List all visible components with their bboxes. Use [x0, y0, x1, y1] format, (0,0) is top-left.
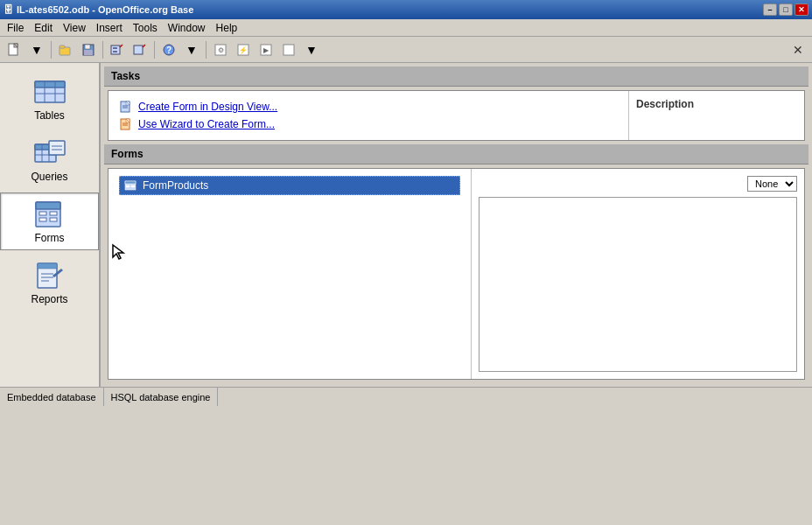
- forms-section: FormProducts None: [108, 168, 805, 380]
- maximize-button[interactable]: □: [779, 4, 793, 16]
- title-bar-title: 🗄 IL-ates6502.odb - OpenOffice.org Base: [4, 4, 193, 15]
- svg-text:?: ?: [166, 46, 172, 55]
- toolbar-dropdown-new[interactable]: ▼: [26, 39, 47, 60]
- svg-rect-7: [84, 50, 93, 55]
- forms-header: Forms: [104, 144, 808, 164]
- menu-tools[interactable]: Tools: [128, 20, 163, 36]
- toolbar-sep1: [51, 41, 52, 59]
- status-text-1: Embedded database: [7, 392, 96, 402]
- toolbar-open-button[interactable]: [55, 39, 76, 60]
- toolbar-btn9[interactable]: ▼: [301, 39, 322, 60]
- menu-edit[interactable]: Edit: [29, 20, 58, 36]
- toolbar-sep2: [102, 41, 103, 59]
- svg-rect-10: [113, 47, 117, 49]
- tables-icon: [32, 76, 67, 108]
- forms-list: FormProducts: [108, 169, 472, 379]
- sidebar: Tables Queries: [0, 63, 101, 387]
- svg-rect-40: [39, 218, 46, 221]
- toolbar-design-button[interactable]: [107, 39, 128, 60]
- status-segment-2: HSQL database engine: [104, 388, 219, 406]
- toolbar-save-button[interactable]: [78, 39, 99, 60]
- form-item-label: FormProducts: [143, 179, 208, 192]
- menu-window[interactable]: Window: [163, 20, 211, 36]
- preview-select[interactable]: None: [747, 176, 797, 192]
- tasks-section: Create Form in Design View...: [108, 90, 805, 141]
- tasks-header: Tasks: [104, 66, 808, 87]
- status-segment-1: Embedded database: [0, 388, 104, 406]
- form-item-formproducts[interactable]: FormProducts: [119, 176, 460, 195]
- svg-rect-24: [35, 81, 65, 88]
- sidebar-item-tables[interactable]: Tables: [0, 70, 99, 128]
- status-bar: Embedded database HSQL database engine: [0, 387, 812, 406]
- toolbar-help-button[interactable]: ?: [158, 39, 179, 60]
- sidebar-tables-label: Tables: [34, 109, 65, 122]
- sidebar-item-forms[interactable]: Forms: [0, 192, 99, 250]
- task-wizard-form-label: Use Wizard to Create Form...: [138, 118, 275, 130]
- preview-dropdown-container: None: [479, 176, 797, 192]
- sidebar-reports-label: Reports: [31, 293, 67, 305]
- svg-rect-8: [111, 46, 120, 54]
- toolbar-btn7[interactable]: ▶: [256, 39, 276, 60]
- app-icon: 🗄: [4, 4, 13, 15]
- toolbar-forms-btn2[interactable]: [130, 39, 150, 60]
- menu-file[interactable]: File: [2, 20, 29, 36]
- reports-icon: [32, 260, 67, 291]
- svg-rect-12: [134, 46, 143, 54]
- description-panel: Description: [629, 91, 804, 140]
- svg-text:▶: ▶: [263, 46, 270, 54]
- toolbar-sep3: [154, 41, 155, 59]
- svg-rect-43: [38, 263, 57, 269]
- svg-rect-37: [36, 202, 60, 209]
- forms-icon: [32, 199, 67, 230]
- svg-rect-4: [60, 46, 65, 48]
- task-wizard-icon: [119, 117, 133, 131]
- preview-panel: None: [472, 169, 804, 379]
- status-segment-3: [218, 388, 812, 406]
- sidebar-item-queries[interactable]: Queries: [0, 131, 99, 189]
- panel-close-button[interactable]: ✕: [788, 43, 808, 57]
- toolbar-sep4: [206, 41, 206, 59]
- close-button[interactable]: ✕: [794, 4, 808, 16]
- svg-rect-39: [50, 212, 57, 215]
- svg-rect-11: [113, 51, 117, 52]
- task-create-form[interactable]: Create Form in Design View...: [119, 98, 618, 116]
- description-label: Description: [636, 98, 694, 110]
- minimize-button[interactable]: –: [763, 4, 777, 16]
- main-content: Tables Queries: [0, 63, 812, 387]
- svg-line-9: [120, 45, 122, 47]
- queries-icon: [32, 137, 67, 169]
- preview-box: [479, 197, 797, 372]
- svg-line-13: [143, 45, 145, 47]
- menu-help[interactable]: Help: [211, 20, 243, 36]
- toolbar-help-dropdown[interactable]: ▼: [181, 39, 202, 60]
- status-text-2: HSQL database engine: [111, 392, 211, 402]
- title-bar-controls: – □ ✕: [763, 4, 808, 16]
- sidebar-item-reports[interactable]: Reports: [0, 254, 99, 312]
- menu-view[interactable]: View: [58, 20, 91, 36]
- form-item-icon: [123, 178, 137, 192]
- menu-insert[interactable]: Insert: [91, 20, 128, 36]
- svg-rect-22: [284, 45, 294, 55]
- svg-text:⚡: ⚡: [239, 46, 248, 54]
- window-title: IL-ates6502.odb - OpenOffice.org Base: [17, 4, 193, 15]
- toolbar-btn6[interactable]: ⚡: [233, 39, 254, 60]
- right-panel: Tasks Create Form in: [101, 63, 812, 387]
- task-create-icon: [119, 100, 133, 114]
- svg-rect-41: [50, 218, 57, 221]
- sidebar-forms-label: Forms: [35, 232, 65, 244]
- svg-rect-33: [49, 141, 65, 155]
- svg-text:⚙: ⚙: [218, 46, 224, 54]
- svg-rect-61: [131, 186, 135, 187]
- sidebar-queries-label: Queries: [31, 171, 67, 183]
- toolbar-btn8[interactable]: [278, 39, 299, 60]
- tasks-container: Tasks Create Form in: [104, 66, 808, 141]
- tasks-list: Create Form in Design View...: [108, 91, 629, 140]
- toolbar-new-button[interactable]: [4, 39, 24, 60]
- forms-container: Forms FormProducts: [104, 144, 808, 383]
- task-create-form-label: Create Form in Design View...: [138, 101, 277, 113]
- toolbar-btn5[interactable]: ⚙: [210, 39, 231, 60]
- task-wizard-form[interactable]: Use Wizard to Create Form...: [119, 116, 618, 133]
- svg-rect-38: [39, 212, 46, 215]
- svg-rect-60: [126, 186, 130, 187]
- svg-rect-59: [125, 181, 136, 184]
